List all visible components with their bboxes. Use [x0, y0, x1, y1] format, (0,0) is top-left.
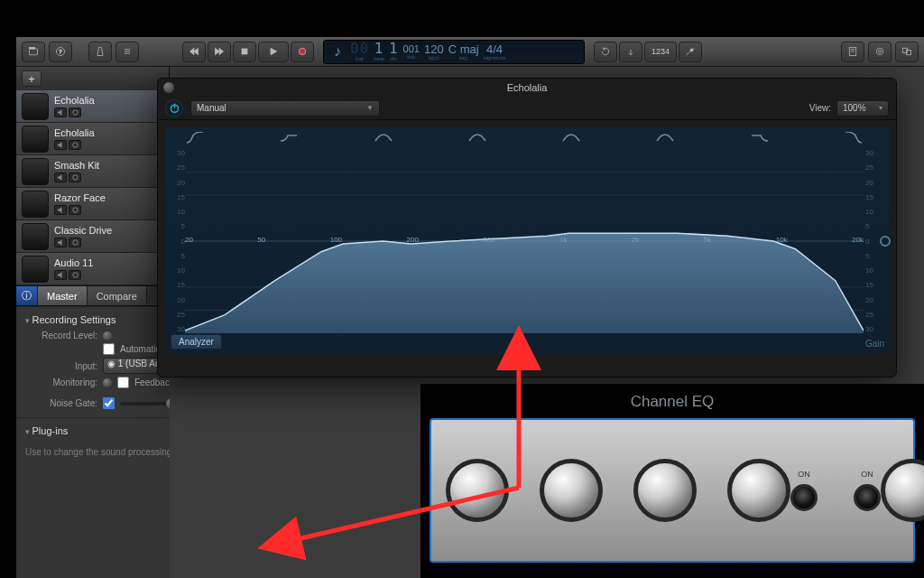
library-button[interactable] — [22, 42, 45, 62]
metronome-button[interactable] — [88, 42, 112, 62]
lcd-tick-value: 001 — [403, 44, 420, 54]
lcd-div-value: 1 — [389, 42, 399, 56]
add-track-button[interactable]: + — [22, 70, 42, 87]
eq-knob-2[interactable] — [540, 459, 603, 522]
lcd-bar-value: 00 — [350, 42, 369, 56]
view-zoom-select[interactable]: 100%▾ — [836, 100, 889, 117]
track-row[interactable]: Classic Drive — [16, 220, 169, 253]
mute-icon[interactable] — [54, 140, 67, 150]
track-name: Razor Face — [54, 192, 106, 203]
track-name: Classic Drive — [54, 225, 112, 236]
low-shelf-band-icon[interactable] — [279, 132, 299, 147]
svg-rect-0 — [30, 49, 38, 55]
track-row[interactable]: Razor Face — [16, 188, 169, 220]
track-thumb — [22, 256, 49, 283]
solo-icon[interactable] — [69, 238, 81, 247]
lcd-beat-value: 1 — [374, 42, 384, 56]
analyzer-button[interactable]: Analyzer — [171, 334, 222, 350]
forward-button[interactable] — [208, 42, 231, 62]
tab-info[interactable]: ⓘ — [16, 286, 38, 305]
plugin-title: Echolalia — [507, 82, 548, 93]
rewind-button[interactable] — [182, 42, 206, 62]
notepad-button[interactable] — [841, 42, 864, 62]
track-thumb — [22, 191, 49, 218]
track-name: Echolalia — [54, 127, 95, 138]
eq-knob-4[interactable] — [727, 459, 790, 522]
stop-button[interactable] — [233, 42, 256, 62]
svg-rect-4 — [242, 49, 247, 54]
record-level-knob[interactable] — [103, 331, 112, 340]
high-cut-band-icon[interactable] — [844, 132, 864, 147]
svg-point-6 — [690, 49, 693, 51]
cycle-button[interactable] — [594, 42, 617, 62]
media-button[interactable] — [895, 42, 919, 62]
eq-knob-3[interactable] — [633, 459, 697, 522]
tuner-button[interactable] — [619, 42, 642, 62]
record-button[interactable] — [291, 42, 314, 62]
jack-2[interactable] — [854, 484, 881, 511]
eq-graph[interactable] — [185, 149, 864, 333]
channel-eq-hardware: Channel EQ ON ON — [420, 384, 924, 578]
track-name: Echolalia — [54, 95, 95, 106]
monitoring-knob[interactable] — [103, 378, 112, 387]
lcd-key-value: C maj — [448, 43, 479, 55]
eq-knob-1[interactable] — [446, 459, 509, 522]
para3-band-icon[interactable] — [561, 132, 581, 147]
power-button[interactable] — [165, 99, 183, 117]
feedback-checkbox[interactable] — [117, 377, 129, 388]
note-icon: ♪ — [329, 43, 346, 60]
tab-master[interactable]: Master — [38, 286, 88, 305]
low-cut-band-icon[interactable] — [185, 132, 205, 147]
svg-rect-1 — [30, 48, 35, 50]
track-row[interactable]: Echolalia — [16, 123, 169, 155]
mute-icon[interactable] — [54, 107, 67, 117]
track-thumb — [22, 158, 49, 185]
solo-icon[interactable] — [69, 172, 81, 182]
solo-icon[interactable] — [69, 205, 81, 215]
close-icon[interactable] — [163, 82, 174, 93]
lcd-bpm-value: 120 — [424, 43, 444, 55]
para2-band-icon[interactable] — [467, 132, 487, 147]
master-volume-button[interactable] — [679, 42, 702, 62]
gain-handle[interactable] — [880, 236, 891, 247]
svg-point-17 — [72, 273, 77, 277]
solo-icon[interactable] — [69, 107, 81, 117]
auto-level-checkbox[interactable] — [103, 343, 115, 355]
play-button[interactable] — [258, 42, 289, 62]
top-toolbar: ? ♪ 00bar 1beat 1div 001tick 120bpm C ma… — [16, 37, 924, 67]
pedal-title: Channel EQ — [430, 393, 915, 411]
track-row[interactable]: Audio 11 — [16, 253, 169, 285]
para1-band-icon[interactable] — [374, 132, 393, 147]
view-label: View: — [809, 103, 831, 113]
svg-point-15 — [72, 208, 77, 212]
gain-label: Gain — [865, 339, 884, 349]
mute-icon[interactable] — [54, 172, 67, 182]
track-row[interactable]: Smash Kit — [16, 155, 169, 188]
display-mode-button[interactable]: 1234 — [644, 42, 677, 62]
help-button[interactable]: ? — [49, 42, 72, 62]
loops-button[interactable] — [868, 42, 892, 62]
mute-icon[interactable] — [54, 205, 67, 215]
track-name: Audio 11 — [54, 257, 93, 268]
preset-select[interactable]: Manual▼ — [190, 100, 380, 117]
eq-knob-5[interactable] — [881, 459, 924, 522]
para4-band-icon[interactable] — [655, 132, 675, 147]
svg-text:?: ? — [59, 49, 62, 54]
svg-point-9 — [879, 51, 882, 53]
high-shelf-band-icon[interactable] — [750, 132, 770, 147]
track-thumb — [22, 93, 49, 120]
svg-point-16 — [72, 240, 77, 245]
jack-1[interactable] — [790, 484, 818, 511]
svg-point-8 — [876, 48, 883, 55]
solo-icon[interactable] — [69, 270, 81, 280]
lcd-display[interactable]: ♪ 00bar 1beat 1div 001tick 120bpm C majk… — [323, 40, 585, 64]
svg-point-5 — [299, 48, 306, 55]
countin-button[interactable] — [116, 42, 139, 62]
mute-icon[interactable] — [54, 238, 67, 247]
track-row[interactable]: Echolalia — [16, 90, 169, 123]
mute-icon[interactable] — [54, 270, 67, 280]
channel-eq-plugin-window[interactable]: Echolalia Manual▼ View: 100%▾ 3025201510… — [157, 78, 897, 378]
tab-compare[interactable]: Compare — [88, 286, 147, 305]
solo-icon[interactable] — [69, 140, 81, 150]
noise-gate-checkbox[interactable] — [103, 397, 115, 409]
